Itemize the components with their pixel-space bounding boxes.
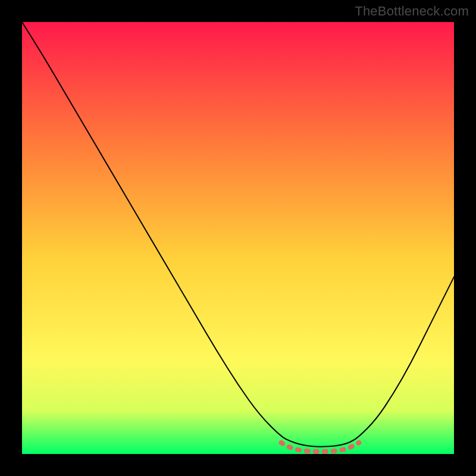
plot-area (22, 22, 454, 454)
watermark-text: TheBottleneck.com (355, 4, 469, 19)
plot-svg (22, 22, 454, 454)
chart-stage: TheBottleneck.com (0, 0, 476, 476)
gradient-background (22, 22, 454, 454)
